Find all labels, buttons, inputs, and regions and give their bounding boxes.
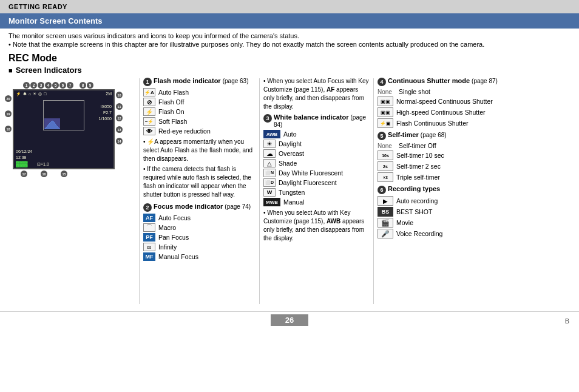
- flash-mode-title-row: 1 Flash mode indicator (page 63): [143, 77, 256, 86]
- rec-movie-label: Movie: [396, 219, 413, 226]
- wb-daylightfl-label: Daylight Fluorescent: [279, 179, 337, 186]
- cam-exposure: ⊡+1.0: [37, 162, 49, 167]
- wb-item-manual: MWB Manual: [263, 198, 370, 206]
- focus-item-auto: AF Auto Focus: [143, 214, 256, 222]
- num-label-9: 9: [87, 82, 93, 89]
- wb-overcast-icon: ☁: [263, 149, 276, 158]
- wb-note: • When you select Auto with Key Customiz…: [263, 209, 370, 243]
- cs-single-label: Single shot: [399, 88, 430, 95]
- focus-inf-label: Infinity: [158, 243, 177, 251]
- col-white-balance: • When you select Auto Focus with Key Cu…: [263, 76, 370, 306]
- cs-high-label: High-speed Continuous Shutter: [396, 109, 486, 116]
- wb-daylight-label: Daylight: [279, 140, 302, 147]
- intro-line2: • Note that the example screens in this …: [8, 41, 571, 48]
- wb-auto-label: Auto: [283, 130, 297, 138]
- rec-voice-icon: 🎤: [378, 229, 393, 238]
- focus-af-icon: AF: [143, 214, 155, 222]
- num-label-5: 5: [52, 82, 59, 89]
- st-none-label: None: [378, 143, 396, 149]
- st-10s-label: Self-timer 10 sec: [396, 152, 444, 159]
- st-item-triple: ×3 Triple self-timer: [378, 172, 574, 182]
- col-shutter-timer-rec: 4 Continuous Shutter mode (page 87) None…: [378, 76, 574, 306]
- wb-item-tungsten: W Tungsten: [263, 188, 370, 197]
- focus-pf-icon: PF: [143, 233, 155, 242]
- flash-item-off: ⊘ Flash Off: [143, 98, 256, 106]
- cam-date: 06/12/24: [16, 149, 32, 155]
- wb-awb-icon: AWB: [263, 130, 280, 138]
- flash-auto-label: Auto Flash: [158, 89, 189, 96]
- col-divider-2: [259, 78, 260, 304]
- st-2s-icon: 2s: [378, 161, 393, 171]
- cam-icon-star: ✱: [23, 92, 27, 96]
- cam-icon-home: ⌂: [29, 92, 31, 96]
- st-triple-label: Triple self-timer: [396, 174, 440, 181]
- wb-daylightfl-icon: ⬜D: [263, 178, 276, 187]
- cs-item-none-single: None Single shot: [378, 88, 574, 95]
- flash-off-label: Flash Off: [158, 98, 184, 106]
- st-item-none: None Self-timer Off: [378, 142, 574, 149]
- cs-title: Continuous Shutter mode: [388, 77, 472, 84]
- flash-redeye-label: Red-eye reduction: [158, 127, 211, 135]
- wb-title: White balance indicator: [274, 113, 351, 121]
- camera-col: 1 2 3 4 5 6 7 8 9 20 19 18 ⚡ ✱ ⌂: [5, 76, 135, 306]
- num-label-13: 13: [116, 126, 123, 133]
- wb-item-daylight: ☀ Daylight: [263, 140, 370, 148]
- top-bar: GETTING READY: [0, 0, 579, 13]
- focus-item-infinity: ∞ Infinity: [143, 243, 256, 251]
- screen-indicators-title: Screen Indicators: [16, 66, 82, 75]
- st-title: Self-timer: [388, 131, 421, 138]
- rec-movie-icon: 🎬: [378, 218, 393, 228]
- wb-daywhite-label: Day White Fluorescent: [279, 169, 343, 177]
- wb-overcast-label: Overcast: [279, 150, 304, 157]
- num-label-10: 10: [116, 92, 123, 98]
- page-footer: 26 B: [0, 311, 579, 328]
- cs-normal-icon: ▣▣: [378, 96, 393, 106]
- num-label-14: 14: [116, 138, 123, 144]
- cs-title-row: 4 Continuous Shutter mode (page 87): [378, 77, 574, 86]
- focus-macro-icon: ⌒: [143, 223, 155, 232]
- flash-off-icon: ⊘: [143, 98, 155, 106]
- section-header: Monitor Screen Contents: [0, 13, 579, 29]
- num-label-16: 16: [41, 171, 47, 177]
- section-header-title: Monitor Screen Contents: [8, 16, 103, 25]
- top-bar-label: GETTING READY: [8, 3, 67, 10]
- wb-title-row: 3 White balance indicator (page 84): [263, 113, 370, 128]
- num-label-12: 12: [116, 115, 123, 121]
- st-triple-icon: ×3: [378, 172, 393, 182]
- flash-item-auto: ⚡A Auto Flash: [143, 88, 256, 96]
- st-off-label: Self-timer Off: [399, 142, 436, 149]
- num-circle-2: 2: [143, 203, 152, 212]
- focus-mf-label: Manual Focus: [158, 253, 198, 260]
- flash-redeye-icon: 👁: [143, 127, 155, 135]
- wb-daywhite-icon: ⬜N: [263, 169, 276, 177]
- flash-soft-label: Soft Flash: [158, 118, 187, 125]
- focus-mode-title-row: 2 Focus mode indicator (page 74): [143, 203, 256, 212]
- num-circle-6: 6: [378, 186, 386, 194]
- rec-voice-label: Voice Recording: [396, 230, 442, 237]
- wb-item-daylightfl: ⬜D Daylight Fluorescent: [263, 178, 370, 187]
- cam-icon-circle: ◎: [38, 92, 42, 96]
- flash-mode-page: (page 63): [223, 78, 249, 84]
- flash-note-1: • ⚡A appears momentarily when you select…: [143, 138, 256, 163]
- rec-item-movie: 🎬 Movie: [378, 218, 574, 228]
- num-label-19: 19: [5, 110, 12, 117]
- cam-resolution: 2M: [106, 92, 112, 96]
- wb-auto-focus-note: • When you select Auto Focus with Key Cu…: [263, 77, 370, 111]
- wb-manual-label: Manual: [283, 198, 304, 206]
- cam-iso: IS050: [99, 104, 112, 110]
- num-circle-3: 3: [263, 114, 272, 123]
- page-num: 26: [271, 314, 308, 326]
- rec-auto-label: Auto recording: [396, 197, 438, 204]
- wb-shade-icon: △: [263, 159, 276, 167]
- cs-page: (page 87): [472, 78, 498, 84]
- camera-screen: ⚡ ✱ ⌂ ☀ ◎ □ 2M: [13, 89, 115, 169]
- focus-mode-title: Focus mode indicator: [154, 203, 225, 210]
- num-label-1: 1: [23, 82, 30, 89]
- wb-tungsten-label: Tungsten: [279, 189, 305, 196]
- focus-mf-icon: MF: [143, 252, 155, 261]
- wb-item-overcast: ☁ Overcast: [263, 149, 370, 158]
- num-label-3: 3: [38, 82, 44, 89]
- num-circle-5: 5: [378, 132, 386, 140]
- rec-title-row: 6 Recording types: [378, 185, 574, 194]
- wb-mwb-icon: MWB: [263, 198, 280, 206]
